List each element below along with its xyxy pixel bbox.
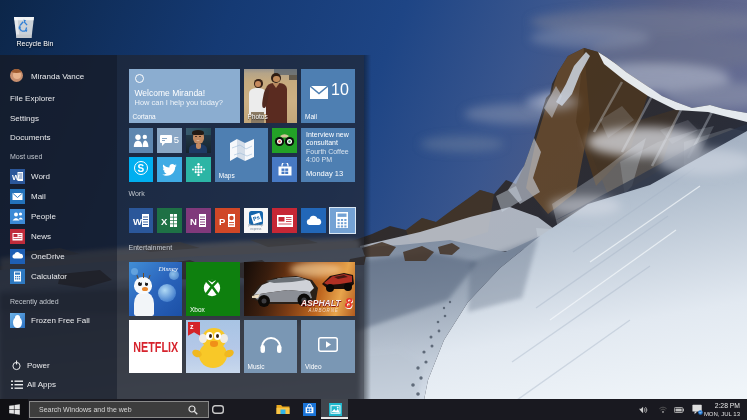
svg-text:P: P bbox=[219, 216, 226, 227]
svg-text:N: N bbox=[190, 216, 197, 227]
svg-text:W: W bbox=[12, 173, 20, 182]
svg-text:X: X bbox=[161, 216, 168, 227]
svg-text:W: W bbox=[133, 216, 142, 227]
